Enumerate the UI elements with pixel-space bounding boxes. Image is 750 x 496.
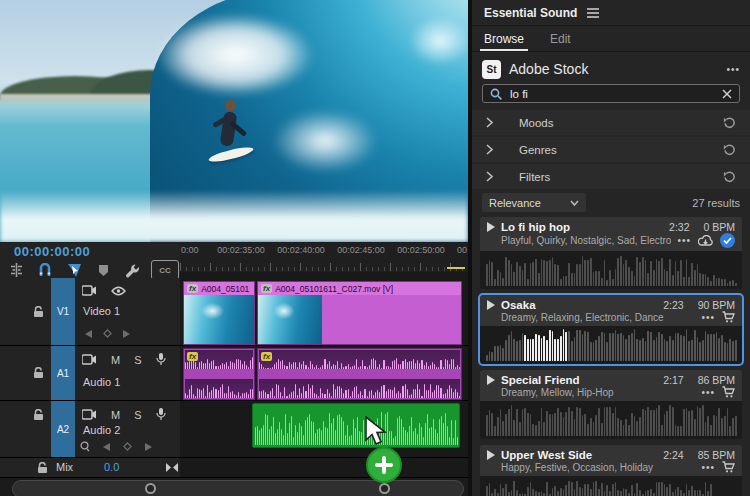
- mouse-cursor: [364, 416, 390, 446]
- sync-lock-icon[interactable]: [82, 285, 97, 296]
- panel-menu-icon[interactable]: [587, 8, 599, 18]
- clip-thumbnail: [184, 295, 254, 344]
- next-keyframe-icon[interactable]: [145, 443, 152, 451]
- sync-lock-icon[interactable]: [82, 354, 97, 365]
- audio-waveform[interactable]: [480, 401, 742, 439]
- more-options-icon[interactable]: •••: [701, 387, 715, 398]
- solo-button[interactable]: S: [134, 354, 141, 366]
- search-value: lo fi: [510, 88, 714, 100]
- play-icon[interactable]: [487, 450, 495, 460]
- result-card[interactable]: Lo fi hip hop 2:32 0 BPM Playful, Quirky…: [480, 217, 742, 289]
- track-name[interactable]: Audio 2: [83, 424, 120, 436]
- lock-icon[interactable]: [33, 306, 44, 318]
- timeline-zoom-scrollbar[interactable]: [12, 480, 464, 496]
- track-target-v1[interactable]: V1: [51, 278, 75, 345]
- captions-icon[interactable]: CC: [151, 260, 179, 280]
- voiceover-mic-icon[interactable]: [156, 408, 166, 421]
- video-clip-label: fx A004_05101611_C027.mov [V]: [258, 282, 461, 295]
- audio-waveform[interactable]: [480, 326, 742, 364]
- toggle-track-output-eye-icon[interactable]: [111, 286, 126, 296]
- result-card[interactable]: Osaka 2:23 90 BPM Dreamy, Relaxing, Elec…: [480, 295, 742, 364]
- duration: 2:24: [663, 449, 683, 461]
- result-card[interactable]: Special Friend 2:17 86 BPM Dreamy, Mello…: [480, 370, 742, 439]
- audio-clip[interactable]: fx: [183, 348, 255, 400]
- prev-keyframe-icon[interactable]: [103, 443, 110, 451]
- add-marker-icon[interactable]: [93, 262, 113, 278]
- clear-search-icon[interactable]: [722, 89, 732, 99]
- scrollbar-handle[interactable]: [379, 483, 390, 494]
- track-target-a1[interactable]: A1: [51, 346, 75, 400]
- result-card[interactable]: Upper West Side 2:24 85 BPM Happy, Festi…: [480, 445, 742, 496]
- playhead-timecode[interactable]: 00:00:00:00: [14, 244, 90, 259]
- dragged-audio-clip[interactable]: [252, 403, 460, 448]
- provider-more-icon[interactable]: •••: [726, 64, 740, 75]
- adobe-stock-logo: St: [482, 60, 501, 79]
- audio-waveform[interactable]: [480, 476, 742, 496]
- sync-lock-icon[interactable]: [82, 409, 97, 420]
- mute-button[interactable]: M: [111, 354, 120, 366]
- voiceover-mic-icon[interactable]: [156, 353, 166, 366]
- more-options-icon[interactable]: •••: [701, 312, 715, 323]
- chevron-right-icon: [486, 144, 493, 155]
- linked-selection-icon[interactable]: [64, 262, 84, 278]
- nest-sequences-icon[interactable]: [6, 262, 26, 278]
- essential-sound-panel: Essential Sound Browse Edit St Adobe Sto…: [472, 0, 750, 496]
- mix-level-value[interactable]: 0.0: [104, 461, 119, 473]
- stock-search-input[interactable]: lo fi: [482, 84, 740, 103]
- prev-keyframe-icon[interactable]: [85, 330, 92, 338]
- ruler-label: 00:02:35:00: [217, 245, 265, 255]
- video-clip[interactable]: fx A004_05101: [183, 281, 255, 345]
- audio-clip[interactable]: fx: [257, 348, 462, 400]
- ruler-label: 0:00: [181, 245, 199, 255]
- audio-waveform[interactable]: [480, 251, 742, 289]
- solo-button[interactable]: S: [134, 409, 141, 421]
- mood-tags: Dreamy, Relaxing, Electronic, Dance: [501, 312, 695, 323]
- download-preview-icon[interactable]: [698, 235, 713, 247]
- play-icon[interactable]: [487, 300, 495, 310]
- timeline-settings-wrench-icon[interactable]: [122, 262, 142, 278]
- license-check-icon: [720, 233, 735, 248]
- lock-icon[interactable]: [37, 462, 48, 474]
- more-options-icon[interactable]: •••: [677, 235, 691, 246]
- tab-edit[interactable]: Edit: [550, 26, 571, 51]
- sort-dropdown[interactable]: Relevance: [482, 193, 586, 212]
- track-name[interactable]: Audio 1: [83, 376, 120, 388]
- play-icon[interactable]: [487, 222, 495, 232]
- more-options-icon[interactable]: •••: [701, 462, 715, 473]
- lock-icon[interactable]: [33, 409, 44, 421]
- show-keyframes-icon[interactable]: [80, 441, 90, 452]
- reset-icon[interactable]: [723, 117, 736, 129]
- chevron-down-icon: [570, 200, 579, 206]
- premiere-pro-workspace: 00:00:00:00 CC 0: [0, 0, 750, 496]
- timeline-ruler[interactable]: 0:00 00:02:35:00 00:02:40:00 00:02:45:00…: [180, 242, 468, 273]
- accordion-moods[interactable]: Moods: [472, 110, 750, 135]
- add-to-cart-icon[interactable]: [722, 461, 735, 473]
- add-keyframe-icon[interactable]: [103, 329, 112, 338]
- add-to-cart-icon[interactable]: [722, 311, 735, 323]
- track-target-a2[interactable]: A2: [51, 401, 75, 457]
- collapse-track-icon[interactable]: [166, 463, 178, 472]
- mute-button[interactable]: M: [111, 409, 120, 421]
- bpm: 90 BPM: [698, 299, 735, 311]
- play-icon[interactable]: [487, 375, 495, 385]
- reset-icon[interactable]: [723, 171, 736, 183]
- sort-row: Relevance 27 results: [482, 193, 740, 212]
- video-clip[interactable]: fx A004_05101611_C027.mov [V]: [257, 281, 462, 345]
- track-name[interactable]: Video 1: [83, 305, 120, 317]
- add-keyframe-icon[interactable]: [123, 442, 132, 451]
- track-header-a2: A2 M S Audio 2: [0, 401, 180, 458]
- ruler-label: 00:02:45:00: [337, 245, 385, 255]
- snap-icon[interactable]: [35, 262, 55, 278]
- mood-tags: Playful, Quirky, Nostalgic, Sad, Electro…: [501, 235, 671, 246]
- tab-browse[interactable]: Browse: [484, 26, 524, 51]
- scrollbar-handle[interactable]: [145, 483, 156, 494]
- next-keyframe-icon[interactable]: [123, 330, 130, 338]
- mix-track-row: Mix 0.0: [0, 458, 180, 478]
- accordion-genres[interactable]: Genres: [472, 137, 750, 162]
- ruler-label: 00:02:50:00: [397, 245, 445, 255]
- mix-track-name: Mix: [56, 461, 73, 473]
- lock-icon[interactable]: [33, 367, 44, 379]
- accordion-filters[interactable]: Filters: [472, 164, 750, 189]
- reset-icon[interactable]: [723, 144, 736, 156]
- add-to-cart-icon[interactable]: [722, 386, 735, 398]
